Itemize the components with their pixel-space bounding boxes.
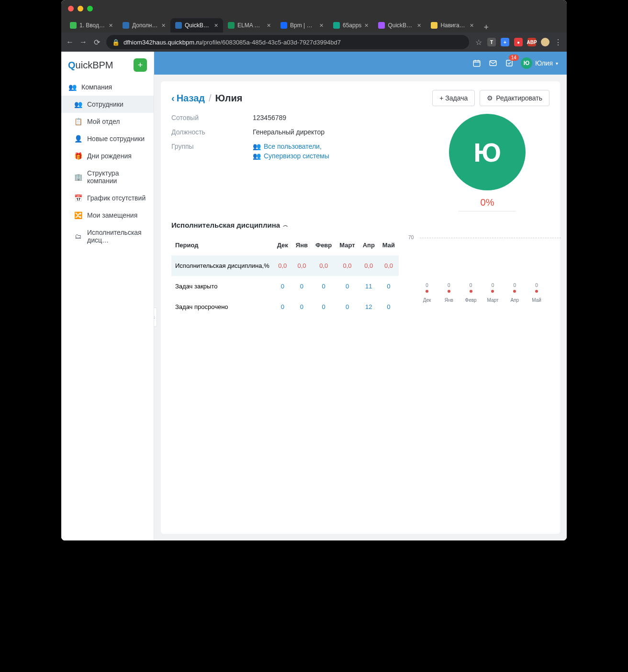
tab-close-icon[interactable]: ✕ bbox=[470, 22, 474, 29]
sidebar-item[interactable]: 📅График отсутствий bbox=[61, 189, 154, 207]
sidebar-item-icon: 📅 bbox=[74, 194, 82, 202]
table-row: Исполнительская дисциплина,%0,00,00,00,0… bbox=[171, 255, 399, 276]
discipline-title-label: Исполнительская дисциплина bbox=[171, 221, 280, 229]
tab-close-icon[interactable]: ✕ bbox=[319, 22, 324, 29]
star-icon[interactable]: ☆ bbox=[475, 38, 482, 46]
inbox-icon[interactable]: 14 bbox=[505, 58, 514, 68]
content-area: ‹ ‹ Назад / Юлия + Задача bbox=[154, 75, 567, 540]
logo-q-glyph: Q bbox=[68, 60, 76, 70]
window-close-dot[interactable] bbox=[68, 6, 74, 11]
sidebar-item-icon: 🗂 bbox=[74, 232, 82, 240]
chart-x-label: Дек bbox=[423, 297, 431, 303]
group-link[interactable]: 👥Все пользователи, bbox=[253, 143, 329, 150]
chart-point-value: 0 bbox=[470, 283, 472, 288]
tab-close-icon[interactable]: ✕ bbox=[267, 22, 271, 29]
sidebar-item[interactable]: 📋Мой отдел bbox=[61, 113, 154, 130]
extension-icons: ☆ T + ● ABP ⋮ bbox=[475, 38, 562, 46]
svg-rect-2 bbox=[506, 60, 512, 66]
favicon-icon bbox=[280, 22, 287, 29]
chart-dot-icon bbox=[491, 290, 494, 293]
add-task-button[interactable]: + Задача bbox=[432, 90, 475, 106]
sidebar-collapse-handle[interactable]: ‹ bbox=[154, 308, 157, 327]
omnibox[interactable]: 🔒 dfhiom342haus.quickbpm.ru /profile/608… bbox=[106, 35, 469, 49]
main-wrap: 14 Ю Юлия ▾ ‹ ‹ Назад bbox=[154, 52, 567, 540]
edit-button[interactable]: ⚙ Редактировать bbox=[480, 90, 550, 106]
row-label: Задач просрочено bbox=[171, 297, 273, 317]
app-topbar: 14 Ю Юлия ▾ bbox=[154, 52, 567, 75]
cell-value: 0 bbox=[312, 297, 336, 317]
browser-tab[interactable]: QuickBPM✕ bbox=[170, 18, 223, 33]
ext-rec-icon[interactable]: ● bbox=[514, 38, 523, 46]
favicon-icon bbox=[175, 22, 182, 29]
nav-reload-icon[interactable]: ⟳ bbox=[93, 38, 101, 46]
mail-icon[interactable] bbox=[488, 58, 498, 68]
group-icon: 👥 bbox=[68, 83, 77, 91]
browser-tab[interactable]: 1. Вводны…✕ bbox=[65, 18, 118, 33]
profile-avatar-col: Ю 0% bbox=[425, 114, 550, 211]
cell-value: 12 bbox=[359, 297, 379, 317]
cell-value: 0 bbox=[379, 297, 399, 317]
browser-tab[interactable]: Дополнит…✕ bbox=[118, 18, 170, 33]
sidebar-item-icon: 🎁 bbox=[74, 152, 82, 160]
discipline-table: ПериодДекЯнвФеврМартАпрМайИсполнительска… bbox=[171, 235, 399, 317]
ext-plus-icon[interactable]: + bbox=[501, 38, 509, 46]
tab-close-icon[interactable]: ✕ bbox=[417, 22, 421, 29]
row-label: Задач закрыто bbox=[171, 276, 273, 297]
page-title: Юлия bbox=[215, 93, 243, 104]
table-header-month: Янв bbox=[292, 235, 312, 255]
sidebar-group-company[interactable]: 👥 Компания bbox=[61, 78, 154, 96]
browser-tab[interactable]: ELMA — с…✕ bbox=[223, 18, 276, 33]
cell-value: 0,0 bbox=[292, 255, 312, 276]
group-label: Все пользователи, bbox=[264, 143, 322, 150]
chart-x-label: Май bbox=[532, 297, 541, 303]
new-tab-button[interactable]: + bbox=[479, 22, 493, 33]
browser-tab[interactable]: QuickBPM…✕ bbox=[373, 18, 426, 33]
kebab-menu-icon[interactable]: ⋮ bbox=[554, 38, 562, 46]
window-minimize-dot[interactable] bbox=[78, 6, 83, 11]
calendar-icon[interactable] bbox=[472, 58, 482, 68]
nav-back-icon[interactable]: ← bbox=[66, 38, 74, 46]
back-link[interactable]: ‹ Назад bbox=[171, 93, 205, 104]
tab-close-icon[interactable]: ✕ bbox=[214, 22, 218, 29]
sidebar-item[interactable]: 🏢Структура компании bbox=[61, 165, 154, 189]
position-label: Должность bbox=[171, 128, 253, 136]
browser-tab[interactable]: Bpm | Фот…✕ bbox=[276, 18, 328, 33]
ext-abp-icon[interactable]: ABP bbox=[527, 38, 536, 46]
user-menu[interactable]: Ю Юлия ▾ bbox=[521, 57, 558, 69]
cell-value: 0,0 bbox=[312, 255, 336, 276]
edit-label: Редактировать bbox=[496, 94, 542, 102]
chart-dot-icon bbox=[513, 290, 516, 293]
tab-label: 65apps bbox=[343, 22, 361, 29]
group-link[interactable]: 👥Супервизор системы bbox=[253, 152, 329, 160]
cell-value: 0 bbox=[379, 276, 399, 297]
row-label: Исполнительская дисциплина,% bbox=[171, 255, 273, 276]
sidebar-item[interactable]: 🗂Исполнительская дисц… bbox=[61, 224, 154, 249]
browser-tab[interactable]: Навигаци…✕ bbox=[426, 18, 479, 33]
sidebar-item[interactable]: 👥Сотрудники bbox=[61, 96, 154, 113]
sidebar-item-label: Мой отдел bbox=[87, 118, 120, 125]
info-row-position: Должность Генеральный директор bbox=[171, 128, 420, 136]
sidebar-item-label: Мои замещения bbox=[87, 211, 137, 219]
user-name-label: Юлия bbox=[535, 59, 553, 67]
tab-close-icon[interactable]: ✕ bbox=[109, 22, 113, 29]
table-header-month: Март bbox=[336, 235, 359, 255]
sidebar: QuickBPM + 👥 Компания 👥Сотрудники📋Мой от… bbox=[61, 52, 154, 540]
sidebar-item[interactable]: 🔀Мои замещения bbox=[61, 207, 154, 224]
discipline-section-toggle[interactable]: Исполнительская дисциплина ︿ bbox=[171, 221, 550, 229]
ext-translate-icon[interactable]: T bbox=[487, 38, 496, 46]
nav-forward-icon[interactable]: → bbox=[79, 38, 87, 46]
global-add-button[interactable]: + bbox=[134, 58, 147, 72]
tab-close-icon[interactable]: ✕ bbox=[364, 22, 369, 29]
cell-value: 0 bbox=[273, 297, 292, 317]
sidebar-item[interactable]: 👤Новые сотрудники bbox=[61, 130, 154, 147]
app-logo[interactable]: QuickBPM bbox=[68, 60, 113, 71]
completion-pct: 0% bbox=[481, 197, 494, 208]
url-path: /profile/6083085a-485d-43c5-a03d-7927d39… bbox=[202, 39, 341, 46]
window-zoom-dot[interactable] bbox=[87, 6, 93, 11]
chart-point: 0Май bbox=[529, 283, 544, 303]
sidebar-item[interactable]: 🎁Дни рождения bbox=[61, 147, 154, 165]
profile-avatar-icon[interactable] bbox=[541, 38, 550, 46]
chart-point: 0Янв bbox=[442, 283, 456, 303]
tab-close-icon[interactable]: ✕ bbox=[161, 22, 166, 29]
browser-tab[interactable]: 65apps✕ bbox=[328, 18, 373, 33]
